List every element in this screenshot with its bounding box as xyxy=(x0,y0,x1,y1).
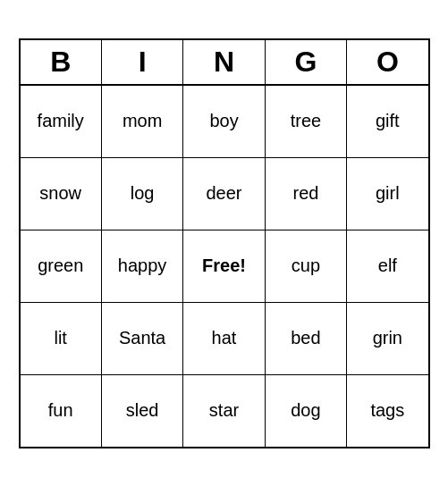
bingo-row: greenhappyFree!cupelf xyxy=(21,230,428,303)
bingo-cell: cup xyxy=(266,230,347,302)
bingo-cell: elf xyxy=(347,230,427,302)
bingo-row: familymomboytreegift xyxy=(21,86,428,158)
bingo-cell: log xyxy=(102,158,183,230)
bingo-cell: mom xyxy=(102,86,183,157)
bingo-cell: hat xyxy=(183,303,265,374)
bingo-row: snowlogdeerredgirl xyxy=(21,158,428,230)
bingo-row: funsledstardogtags xyxy=(21,375,428,447)
bingo-cell: red xyxy=(266,158,347,230)
bingo-cell: family xyxy=(21,86,102,157)
header-cell-n: N xyxy=(183,40,265,84)
header-cell-g: G xyxy=(266,40,347,84)
bingo-cell: star xyxy=(183,375,265,447)
bingo-card: BINGO familymomboytreegiftsnowlogdeerred… xyxy=(19,38,430,448)
bingo-cell: Santa xyxy=(102,303,183,374)
bingo-cell: green xyxy=(21,230,102,302)
header-cell-i: I xyxy=(102,40,183,84)
bingo-cell: Free! xyxy=(183,230,265,302)
bingo-cell: happy xyxy=(102,230,183,302)
bingo-cell: gift xyxy=(347,86,427,157)
bingo-cell: fun xyxy=(21,375,102,447)
bingo-cell: snow xyxy=(21,158,102,230)
bingo-cell: grin xyxy=(347,303,427,374)
bingo-header: BINGO xyxy=(21,40,428,86)
bingo-cell: tags xyxy=(347,375,427,447)
bingo-row: litSantahatbedgrin xyxy=(21,303,428,375)
bingo-cell: lit xyxy=(21,303,102,374)
bingo-cell: boy xyxy=(183,86,265,157)
bingo-cell: tree xyxy=(266,86,347,157)
header-cell-o: O xyxy=(347,40,427,84)
bingo-cell: dog xyxy=(266,375,347,447)
bingo-cell: sled xyxy=(102,375,183,447)
header-cell-b: B xyxy=(21,40,102,84)
bingo-body: familymomboytreegiftsnowlogdeerredgirlgr… xyxy=(21,86,428,447)
bingo-cell: girl xyxy=(347,158,427,230)
bingo-cell: bed xyxy=(266,303,347,374)
bingo-cell: deer xyxy=(183,158,265,230)
